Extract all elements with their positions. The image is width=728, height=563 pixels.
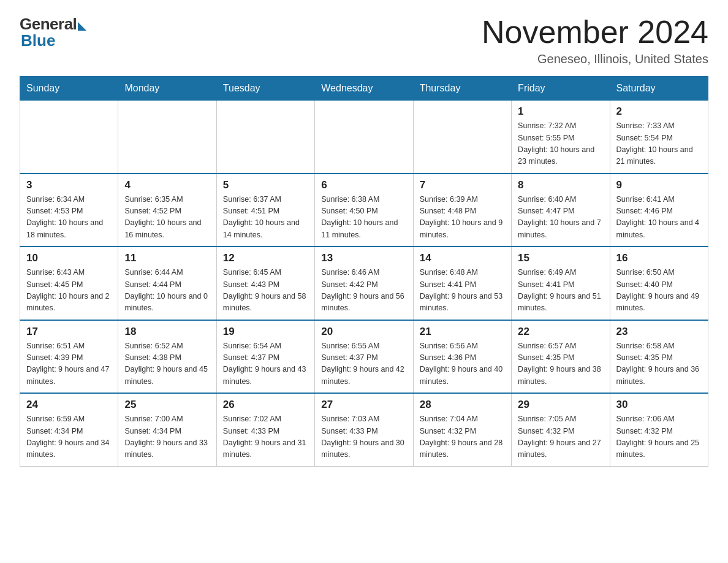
day-cell-2-5: 15Sunrise: 6:49 AM Sunset: 4:41 PM Dayli… <box>512 247 610 320</box>
day-number: 9 <box>616 179 702 191</box>
header-thursday: Thursday <box>413 77 511 101</box>
day-info: Sunrise: 6:49 AM Sunset: 4:41 PM Dayligh… <box>518 267 603 315</box>
day-info: Sunrise: 6:40 AM Sunset: 4:47 PM Dayligh… <box>518 194 603 242</box>
header-friday: Friday <box>512 77 610 101</box>
week-row-1: 1Sunrise: 7:32 AM Sunset: 5:55 PM Daylig… <box>20 101 708 174</box>
week-row-3: 10Sunrise: 6:43 AM Sunset: 4:45 PM Dayli… <box>20 247 708 320</box>
day-number: 14 <box>420 252 505 264</box>
day-info: Sunrise: 6:50 AM Sunset: 4:40 PM Dayligh… <box>616 267 702 315</box>
day-info: Sunrise: 7:02 AM Sunset: 4:33 PM Dayligh… <box>223 413 308 461</box>
day-info: Sunrise: 6:45 AM Sunset: 4:43 PM Dayligh… <box>223 267 308 315</box>
day-cell-0-1 <box>118 101 216 174</box>
day-number: 18 <box>124 326 210 338</box>
day-number: 30 <box>616 399 702 411</box>
day-cell-4-3: 27Sunrise: 7:03 AM Sunset: 4:33 PM Dayli… <box>315 393 413 466</box>
day-number: 24 <box>26 399 112 411</box>
header-sunday: Sunday <box>20 77 118 101</box>
day-number: 21 <box>420 326 505 338</box>
day-cell-0-5: 1Sunrise: 7:32 AM Sunset: 5:55 PM Daylig… <box>512 101 610 174</box>
day-cell-3-4: 21Sunrise: 6:56 AM Sunset: 4:36 PM Dayli… <box>413 320 511 394</box>
day-info: Sunrise: 7:04 AM Sunset: 4:32 PM Dayligh… <box>420 413 505 461</box>
day-cell-3-6: 23Sunrise: 6:58 AM Sunset: 4:35 PM Dayli… <box>610 320 708 394</box>
weekday-header-row: Sunday Monday Tuesday Wednesday Thursday… <box>20 77 708 101</box>
day-info: Sunrise: 6:43 AM Sunset: 4:45 PM Dayligh… <box>26 267 112 315</box>
day-info: Sunrise: 6:55 AM Sunset: 4:37 PM Dayligh… <box>321 340 406 388</box>
day-cell-3-1: 18Sunrise: 6:52 AM Sunset: 4:38 PM Dayli… <box>118 320 216 394</box>
day-info: Sunrise: 6:52 AM Sunset: 4:38 PM Dayligh… <box>124 340 210 388</box>
week-row-5: 24Sunrise: 6:59 AM Sunset: 4:34 PM Dayli… <box>20 393 708 466</box>
day-number: 3 <box>26 179 112 191</box>
day-cell-4-1: 25Sunrise: 7:00 AM Sunset: 4:34 PM Dayli… <box>118 393 216 466</box>
day-info: Sunrise: 7:06 AM Sunset: 4:32 PM Dayligh… <box>616 413 702 461</box>
day-cell-1-3: 6Sunrise: 6:38 AM Sunset: 4:50 PM Daylig… <box>315 174 413 247</box>
day-number: 7 <box>420 179 505 191</box>
day-info: Sunrise: 6:34 AM Sunset: 4:53 PM Dayligh… <box>26 194 112 242</box>
day-number: 25 <box>124 399 210 411</box>
day-number: 2 <box>616 105 702 118</box>
day-number: 27 <box>321 399 406 411</box>
day-cell-1-4: 7Sunrise: 6:39 AM Sunset: 4:48 PM Daylig… <box>413 174 511 247</box>
day-number: 29 <box>518 399 603 411</box>
day-number: 10 <box>26 252 112 264</box>
day-number: 16 <box>616 252 702 264</box>
day-info: Sunrise: 6:35 AM Sunset: 4:52 PM Dayligh… <box>124 194 210 242</box>
calendar-table: Sunday Monday Tuesday Wednesday Thursday… <box>20 76 708 467</box>
day-cell-2-6: 16Sunrise: 6:50 AM Sunset: 4:40 PM Dayli… <box>610 247 708 320</box>
day-info: Sunrise: 6:48 AM Sunset: 4:41 PM Dayligh… <box>420 267 505 315</box>
week-row-4: 17Sunrise: 6:51 AM Sunset: 4:39 PM Dayli… <box>20 320 708 394</box>
day-cell-3-5: 22Sunrise: 6:57 AM Sunset: 4:35 PM Dayli… <box>512 320 610 394</box>
logo-blue-text: Blue <box>21 31 55 50</box>
day-cell-4-5: 29Sunrise: 7:05 AM Sunset: 4:32 PM Dayli… <box>512 393 610 466</box>
day-number: 19 <box>223 326 308 338</box>
day-cell-4-0: 24Sunrise: 6:59 AM Sunset: 4:34 PM Dayli… <box>20 393 118 466</box>
day-cell-0-6: 2Sunrise: 7:33 AM Sunset: 5:54 PM Daylig… <box>610 101 708 174</box>
day-cell-0-3 <box>315 101 413 174</box>
day-number: 11 <box>124 252 210 264</box>
day-cell-1-5: 8Sunrise: 6:40 AM Sunset: 4:47 PM Daylig… <box>512 174 610 247</box>
day-info: Sunrise: 6:59 AM Sunset: 4:34 PM Dayligh… <box>26 413 112 461</box>
day-cell-1-6: 9Sunrise: 6:41 AM Sunset: 4:46 PM Daylig… <box>610 174 708 247</box>
day-cell-2-3: 13Sunrise: 6:46 AM Sunset: 4:42 PM Dayli… <box>315 247 413 320</box>
day-info: Sunrise: 6:37 AM Sunset: 4:51 PM Dayligh… <box>223 194 308 242</box>
day-info: Sunrise: 6:51 AM Sunset: 4:39 PM Dayligh… <box>26 340 112 388</box>
day-number: 8 <box>518 179 603 191</box>
day-cell-0-4 <box>413 101 511 174</box>
day-number: 4 <box>124 179 210 191</box>
week-row-2: 3Sunrise: 6:34 AM Sunset: 4:53 PM Daylig… <box>20 174 708 247</box>
month-title: November 2024 <box>482 15 708 50</box>
day-number: 22 <box>518 326 603 338</box>
day-number: 20 <box>321 326 406 338</box>
day-info: Sunrise: 7:33 AM Sunset: 5:54 PM Dayligh… <box>616 120 702 168</box>
day-cell-0-0 <box>20 101 118 174</box>
day-number: 28 <box>420 399 505 411</box>
day-cell-4-2: 26Sunrise: 7:02 AM Sunset: 4:33 PM Dayli… <box>216 393 314 466</box>
title-section: November 2024 Geneseo, Illinois, United … <box>482 15 708 66</box>
day-info: Sunrise: 7:03 AM Sunset: 4:33 PM Dayligh… <box>321 413 406 461</box>
header-wednesday: Wednesday <box>315 77 413 101</box>
day-cell-1-1: 4Sunrise: 6:35 AM Sunset: 4:52 PM Daylig… <box>118 174 216 247</box>
day-number: 23 <box>616 326 702 338</box>
day-cell-1-0: 3Sunrise: 6:34 AM Sunset: 4:53 PM Daylig… <box>20 174 118 247</box>
header: General Blue November 2024 Geneseo, Illi… <box>20 15 708 66</box>
day-info: Sunrise: 7:00 AM Sunset: 4:34 PM Dayligh… <box>124 413 210 461</box>
day-cell-3-3: 20Sunrise: 6:55 AM Sunset: 4:37 PM Dayli… <box>315 320 413 394</box>
day-info: Sunrise: 6:57 AM Sunset: 4:35 PM Dayligh… <box>518 340 603 388</box>
day-number: 13 <box>321 252 406 264</box>
day-info: Sunrise: 6:58 AM Sunset: 4:35 PM Dayligh… <box>616 340 702 388</box>
day-number: 17 <box>26 326 112 338</box>
day-cell-3-0: 17Sunrise: 6:51 AM Sunset: 4:39 PM Dayli… <box>20 320 118 394</box>
day-cell-0-2 <box>216 101 314 174</box>
day-info: Sunrise: 6:54 AM Sunset: 4:37 PM Dayligh… <box>223 340 308 388</box>
header-saturday: Saturday <box>610 77 708 101</box>
day-info: Sunrise: 7:32 AM Sunset: 5:55 PM Dayligh… <box>518 120 603 168</box>
day-number: 6 <box>321 179 406 191</box>
day-number: 1 <box>518 105 603 118</box>
day-info: Sunrise: 6:39 AM Sunset: 4:48 PM Dayligh… <box>420 194 505 242</box>
day-number: 12 <box>223 252 308 264</box>
header-tuesday: Tuesday <box>216 77 314 101</box>
day-cell-4-4: 28Sunrise: 7:04 AM Sunset: 4:32 PM Dayli… <box>413 393 511 466</box>
day-info: Sunrise: 6:56 AM Sunset: 4:36 PM Dayligh… <box>420 340 505 388</box>
day-info: Sunrise: 6:44 AM Sunset: 4:44 PM Dayligh… <box>124 267 210 315</box>
day-cell-4-6: 30Sunrise: 7:06 AM Sunset: 4:32 PM Dayli… <box>610 393 708 466</box>
day-number: 26 <box>223 399 308 411</box>
